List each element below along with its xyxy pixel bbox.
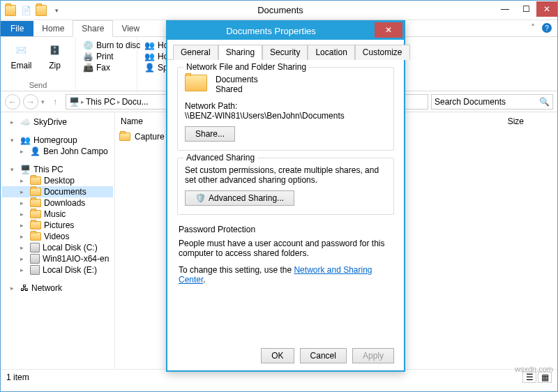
search-icon: 🔍 — [539, 97, 550, 107]
homegroup-icon: 👥 — [144, 52, 155, 61]
collapse-ribbon-icon[interactable]: ˄ — [531, 23, 535, 33]
ok-button[interactable]: OK — [261, 348, 294, 363]
email-label: Email — [10, 61, 31, 70]
watermark: wsxdn.com — [515, 365, 553, 373]
folder-icon — [30, 176, 41, 185]
up-button[interactable]: ↑ — [47, 94, 63, 110]
group-legend: Password Protection — [179, 225, 393, 234]
email-button[interactable]: ✉️ Email — [5, 38, 38, 72]
back-button[interactable]: ← — [5, 94, 20, 110]
search-placeholder: Search Documents — [435, 97, 506, 107]
tab-view[interactable]: View — [113, 21, 148, 36]
zip-button[interactable]: 🗄️ Zip — [38, 38, 72, 72]
pc-icon: 🖥️ — [20, 165, 31, 174]
nav-tree[interactable]: ▸☁️SkyDrive ▾👥Homegroup ▸👤Ben John Campo… — [1, 112, 115, 369]
skydrive-icon: ☁️ — [20, 117, 31, 127]
password-line1: People must have a user account and pass… — [179, 239, 393, 258]
maximize-button[interactable]: ☐ — [515, 1, 536, 17]
zip-label: Zip — [49, 61, 61, 70]
people-icon: 👤 — [144, 63, 155, 73]
dialog-title: Documents Properties — [167, 26, 375, 36]
disc-icon: 💿 — [83, 40, 93, 50]
search-input[interactable]: Search Documents 🔍 — [431, 94, 553, 110]
tab-general[interactable]: General — [173, 45, 218, 60]
send-group-label: Send — [1, 81, 75, 89]
status-item-count: 1 item — [6, 372, 29, 382]
tab-customize[interactable]: Customize — [355, 45, 410, 60]
crumb-documents[interactable]: Docu... — [122, 97, 149, 107]
user-icon: 👤 — [30, 146, 40, 156]
homegroup-icon: 👥 — [144, 40, 155, 50]
tab-share[interactable]: Share — [73, 20, 113, 37]
password-line2: To change this setting, use the Network … — [179, 265, 393, 285]
help-icon[interactable]: ? — [542, 23, 552, 33]
fax-button[interactable]: 📠Fax — [82, 62, 112, 73]
close-button[interactable]: ✕ — [536, 1, 557, 17]
advanced-desc: Set custom permissions, create multiple … — [185, 165, 386, 185]
forward-button[interactable]: → — [23, 94, 38, 110]
network-path-label: Network Path: — [185, 101, 386, 111]
pc-icon: 🖥️ — [69, 97, 80, 107]
tree-pictures[interactable]: ▸Pictures — [2, 220, 113, 231]
tree-desktop[interactable]: ▸Desktop — [2, 175, 113, 186]
group-legend: Advanced Sharing — [183, 153, 257, 163]
folder-icon — [30, 188, 41, 196]
envelope-icon: ✉️ — [10, 40, 33, 61]
tree-thispc[interactable]: ▾🖥️This PC — [2, 164, 113, 175]
shield-icon: 🛡️ — [195, 193, 206, 203]
tab-sharing[interactable]: Sharing — [218, 45, 262, 60]
minimize-button[interactable]: — — [495, 1, 515, 17]
tree-documents[interactable]: ▸Documents — [2, 186, 113, 197]
print-button[interactable]: 🖨️Print — [82, 51, 115, 62]
folder-large-icon — [185, 75, 210, 96]
folder-icon — [30, 210, 41, 218]
group-network-sharing: Network File and Folder Sharing Document… — [177, 67, 394, 151]
tree-downloads[interactable]: ▸Downloads — [2, 197, 113, 209]
folder-icon — [30, 232, 41, 241]
zip-icon: 🗄️ — [44, 40, 66, 61]
window-title: Documents — [66, 5, 495, 15]
network-icon: 🖧 — [20, 283, 29, 293]
disk-icon — [30, 265, 40, 275]
qat-new-folder-icon[interactable]: 📄 — [20, 5, 31, 16]
tab-home[interactable]: Home — [33, 21, 73, 36]
printer-icon: 🖨️ — [83, 52, 93, 61]
tree-music[interactable]: ▸Music — [2, 209, 113, 220]
window-icon — [5, 5, 16, 16]
file-tab[interactable]: File — [1, 21, 33, 36]
tree-skydrive[interactable]: ▸☁️SkyDrive — [2, 116, 113, 128]
tab-location[interactable]: Location — [308, 45, 354, 60]
group-advanced-sharing: Advanced Sharing Set custom permissions,… — [177, 158, 394, 215]
disk-icon — [30, 243, 40, 252]
tree-disk-d[interactable]: ▸Win81AIO-x64-en — [2, 253, 113, 264]
cancel-button[interactable]: Cancel — [300, 348, 347, 363]
homegroup-icon: 👥 — [20, 135, 31, 145]
tree-network[interactable]: ▸🖧Network — [2, 282, 113, 294]
disk-icon — [30, 254, 40, 264]
qat-folder-icon[interactable] — [36, 5, 47, 16]
qat-dropdown-icon[interactable]: ▾ — [51, 5, 62, 16]
crumb-thispc[interactable]: This PC — [86, 97, 116, 107]
folder-icon — [30, 221, 41, 229]
tree-disk-e[interactable]: ▸Local Disk (E:) — [2, 264, 113, 276]
apply-button[interactable]: Apply — [352, 348, 394, 363]
group-legend: Network File and Folder Sharing — [183, 62, 309, 72]
fax-icon: 📠 — [83, 63, 93, 73]
tree-disk-c[interactable]: ▸Local Disk (C:) — [2, 242, 113, 253]
properties-dialog: Documents Properties ✕ General Sharing S… — [166, 20, 405, 372]
burn-button[interactable]: 💿Burn to disc — [82, 40, 142, 51]
folder-icon — [119, 133, 130, 141]
tree-homegroup[interactable]: ▾👥Homegroup — [2, 135, 113, 146]
dialog-close-button[interactable]: ✕ — [375, 22, 402, 38]
tree-user[interactable]: ▸👤Ben John Campo — [2, 146, 113, 157]
group-password-protection: Password Protection People must have a u… — [177, 222, 394, 287]
col-size[interactable]: Size — [508, 116, 524, 126]
recent-dropdown-icon[interactable]: ▾ — [41, 98, 45, 105]
advanced-sharing-button[interactable]: 🛡️Advanced Sharing... — [185, 190, 294, 206]
network-path-value: \\BENZ-WIN81\Users\BenJohn\Documents — [185, 111, 386, 121]
tab-security[interactable]: Security — [262, 45, 308, 60]
tree-videos[interactable]: ▸Videos — [2, 231, 113, 242]
folder-icon — [30, 199, 41, 207]
share-button[interactable]: Share... — [185, 126, 235, 142]
share-state: Shared — [216, 84, 258, 94]
